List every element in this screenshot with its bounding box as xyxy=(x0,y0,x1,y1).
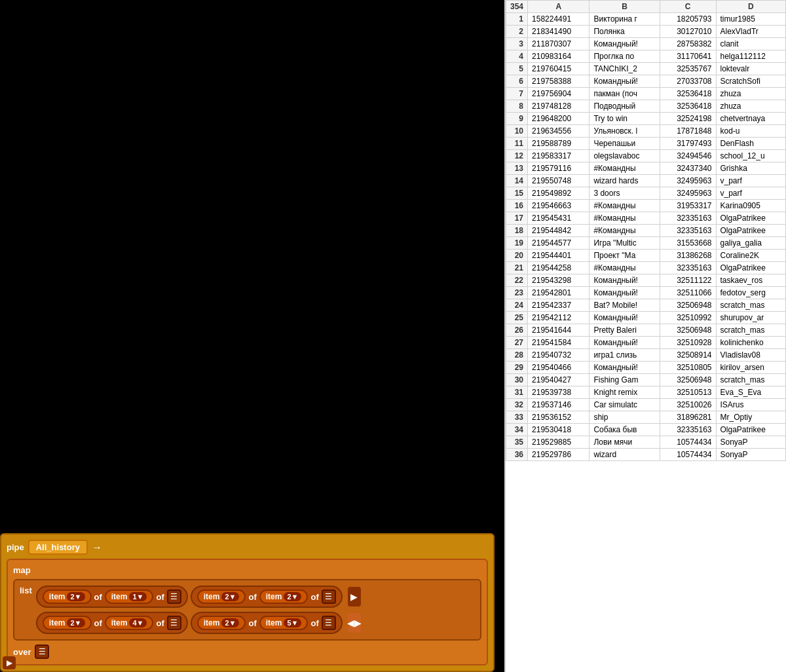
cell-d[interactable]: loktevalr xyxy=(716,63,785,75)
cell-d[interactable]: chetvertnaya xyxy=(716,113,785,125)
cell-a[interactable]: 219530418 xyxy=(528,424,590,436)
cell-c[interactable]: 10574434 xyxy=(660,436,716,449)
cell-a[interactable]: 219549892 xyxy=(528,187,590,200)
cell-b[interactable]: Fishing Gam xyxy=(590,374,660,386)
cell-a[interactable]: 219648200 xyxy=(528,113,590,125)
cell-d[interactable]: school_12_u xyxy=(716,150,785,162)
nav-arrow-right-1[interactable]: ▶ xyxy=(348,587,361,607)
cell-d[interactable]: taskaev_ros xyxy=(716,274,785,287)
cell-d[interactable]: OlgaPatrikee xyxy=(716,424,785,436)
cell-a[interactable]: 219542801 xyxy=(528,287,590,299)
cell-d[interactable]: scratch_mas xyxy=(716,324,785,337)
cell-a[interactable]: 219540466 xyxy=(528,362,590,374)
cell-a[interactable]: 219760415 xyxy=(528,63,590,75)
cell-c[interactable]: 10574434 xyxy=(660,449,716,461)
cell-c[interactable]: 31553668 xyxy=(660,237,716,250)
cell-d[interactable]: galiya_galia xyxy=(716,237,785,250)
cell-b[interactable]: Командный! xyxy=(590,337,660,349)
cell-a[interactable]: 219544577 xyxy=(528,237,590,250)
cell-b[interactable]: Игра "Multic xyxy=(590,237,660,250)
cell-c[interactable]: 32437340 xyxy=(660,162,716,175)
cell-d[interactable]: kod-u xyxy=(716,125,785,138)
cell-c[interactable]: 30127010 xyxy=(660,26,716,38)
cell-b[interactable]: игра1 слизь xyxy=(590,349,660,362)
cell-b[interactable]: Лови мячи xyxy=(590,436,660,449)
item-pill-r2r2[interactable]: item 5▼ xyxy=(259,616,309,630)
over-list-icon[interactable]: ☰ xyxy=(35,644,49,659)
cell-d[interactable]: scratch_mas xyxy=(716,374,785,386)
cell-b[interactable]: пакман (поч xyxy=(590,88,660,100)
cell-a[interactable]: 219544401 xyxy=(528,250,590,262)
cell-d[interactable]: shurupov_ar xyxy=(716,312,785,324)
cell-c[interactable]: 32335163 xyxy=(660,212,716,225)
tab-label[interactable]: All_history xyxy=(28,540,88,555)
cell-d[interactable]: Coraline2K xyxy=(716,250,785,262)
cell-b[interactable]: Черепашьи xyxy=(590,138,660,150)
cell-c[interactable]: 32494546 xyxy=(660,150,716,162)
list-icon-r2r[interactable]: ☰ xyxy=(322,616,336,630)
cell-d[interactable]: OlgaPatrikee xyxy=(716,262,785,274)
cell-c[interactable]: 32510513 xyxy=(660,386,716,399)
item-pill-r1l1[interactable]: item 2▼ xyxy=(43,589,92,604)
item-pill-r1r2[interactable]: item 2▼ xyxy=(259,589,309,604)
cell-a[interactable]: 219529885 xyxy=(528,436,590,449)
cell-b[interactable]: Собака быв xyxy=(590,424,660,436)
cell-b[interactable]: Командный! xyxy=(590,287,660,299)
cell-a[interactable]: 219541644 xyxy=(528,324,590,337)
cell-d[interactable]: ISArus xyxy=(716,399,785,411)
cell-c[interactable]: 32510928 xyxy=(660,337,716,349)
bottom-left-arrow[interactable]: ▶ xyxy=(3,656,16,669)
cell-d[interactable]: Eva_S_Eva xyxy=(716,386,785,399)
cell-c[interactable]: 32506948 xyxy=(660,299,716,312)
cell-b[interactable]: Командный! xyxy=(590,75,660,88)
cell-d[interactable]: helga112112 xyxy=(716,50,785,63)
cell-d[interactable]: DenFlash xyxy=(716,138,785,150)
cell-b[interactable]: #Командны xyxy=(590,162,660,175)
cell-a[interactable]: 219588789 xyxy=(528,138,590,150)
cell-b[interactable]: Try to win xyxy=(590,113,660,125)
list-icon-r2l[interactable]: ☰ xyxy=(167,616,181,630)
cell-c[interactable]: 32506948 xyxy=(660,324,716,337)
nav-arrow-right-2[interactable]: ◀▶ xyxy=(348,613,361,633)
cell-a[interactable]: 219758388 xyxy=(528,75,590,88)
cell-c[interactable]: 17871848 xyxy=(660,125,716,138)
cell-d[interactable]: SonyaP xyxy=(716,436,785,449)
cell-b[interactable]: Проект "Ма xyxy=(590,250,660,262)
cell-c[interactable]: 32524198 xyxy=(660,113,716,125)
cell-b[interactable]: Подводный xyxy=(590,100,660,113)
cell-b[interactable]: Командный! xyxy=(590,312,660,324)
cell-d[interactable]: v_parf xyxy=(716,187,785,200)
cell-b[interactable]: Проглка по xyxy=(590,50,660,63)
cell-b[interactable]: wizard xyxy=(590,449,660,461)
cell-c[interactable]: 31953317 xyxy=(660,200,716,212)
cell-b[interactable]: wizard hards xyxy=(590,175,660,187)
cell-a[interactable]: 219542337 xyxy=(528,299,590,312)
cell-b[interactable]: Полянка xyxy=(590,26,660,38)
cell-b[interactable]: #Командны xyxy=(590,212,660,225)
cell-c[interactable]: 31896281 xyxy=(660,411,716,424)
item-pill-r2l1[interactable]: item 2▼ xyxy=(43,616,92,630)
cell-c[interactable]: 32335163 xyxy=(660,225,716,237)
item-pill-r2l2[interactable]: item 4▼ xyxy=(105,616,154,630)
cell-a[interactable]: 219544258 xyxy=(528,262,590,274)
cell-c[interactable]: 32510992 xyxy=(660,312,716,324)
cell-a[interactable]: 219579116 xyxy=(528,162,590,175)
cell-a[interactable]: 158224491 xyxy=(528,13,590,26)
cell-d[interactable]: scratch_mas xyxy=(716,299,785,312)
cell-d[interactable]: zhuza xyxy=(716,100,785,113)
cell-d[interactable]: Vladislav08 xyxy=(716,349,785,362)
cell-c[interactable]: 32511122 xyxy=(660,274,716,287)
cell-d[interactable]: v_parf xyxy=(716,175,785,187)
cell-b[interactable]: olegslavaboс xyxy=(590,150,660,162)
cell-d[interactable]: Grishka xyxy=(716,162,785,175)
cell-d[interactable]: ScratchSofi xyxy=(716,75,785,88)
cell-a[interactable]: 219756904 xyxy=(528,88,590,100)
cell-a[interactable]: 219542112 xyxy=(528,312,590,324)
cell-c[interactable]: 31797493 xyxy=(660,138,716,150)
cell-a[interactable]: 219748128 xyxy=(528,100,590,113)
cell-b[interactable]: Командный! xyxy=(590,362,660,374)
cell-a[interactable]: 219546663 xyxy=(528,200,590,212)
cell-b[interactable]: Knight remix xyxy=(590,386,660,399)
cell-d[interactable]: fedotov_serg xyxy=(716,287,785,299)
cell-b[interactable]: #Командны xyxy=(590,225,660,237)
